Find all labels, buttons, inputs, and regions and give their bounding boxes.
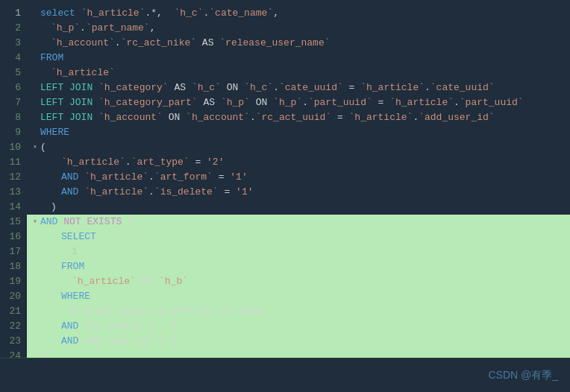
code-line: FROM <box>27 51 570 66</box>
watermark-text: CSDN @有季_ <box>488 369 558 382</box>
line-number: 10 <box>9 140 21 155</box>
line-number: 12 <box>9 170 21 185</box>
fold-placeholder <box>30 202 40 212</box>
line-number: 9 <box>15 125 21 140</box>
code-line: WHERE <box>27 289 570 304</box>
line-number: 22 <box>9 319 21 334</box>
code-line: LEFT JOIN `h_account` ON `h_account`.`rc… <box>27 110 570 125</box>
code-content[interactable]: select `h_article`.*, `h_c`.`cate_name`,… <box>27 0 570 358</box>
code-line: ) <box>27 200 570 215</box>
fold-placeholder <box>30 157 40 168</box>
fold-placeholder <box>30 247 40 257</box>
code-line: h_b.art_uuid = h_article.art_uuid <box>27 304 570 319</box>
line-number: 5 <box>15 66 21 80</box>
line-number: 8 <box>15 110 21 125</box>
code-line: AND art_status = - 1 <box>27 319 570 334</box>
code-line: `h_article` <box>27 66 570 80</box>
fold-icon[interactable]: ▾ <box>30 217 40 227</box>
line-number: 11 <box>9 155 21 170</box>
line-number: 23 <box>9 334 21 349</box>
code-line: ) <box>27 349 570 358</box>
code-line: 1 <box>27 244 570 259</box>
code-line: LEFT JOIN `h_category` AS `h_c` ON `h_c`… <box>27 80 570 95</box>
code-line: `h_article`.`art_type` = '2' <box>27 155 570 170</box>
fold-placeholder <box>30 276 40 287</box>
fold-placeholder <box>30 23 40 34</box>
line-number: 3 <box>15 36 21 51</box>
fold-placeholder <box>30 232 40 242</box>
code-line: AND add_user_id != 1 <box>27 334 570 349</box>
fold-placeholder <box>30 187 40 197</box>
fold-placeholder <box>30 8 40 19</box>
fold-placeholder <box>30 113 40 123</box>
fold-placeholder <box>30 127 40 138</box>
code-line: `h_account`.`rc_act_nike` AS `release_us… <box>27 36 570 51</box>
line-numbers: 1234567891011121314151617181920212223242… <box>0 0 27 358</box>
line-number: 14 <box>9 200 21 215</box>
code-line: ▾( <box>27 140 570 155</box>
line-number: 4 <box>15 51 21 66</box>
line-number: 24 <box>9 349 21 358</box>
line-number: 6 <box>15 80 21 95</box>
code-line: AND `h_article`.`is_delete` = '1' <box>27 185 570 200</box>
line-number: 17 <box>9 244 21 259</box>
code-area: 1234567891011121314151617181920212223242… <box>0 0 570 358</box>
code-line: ▾AND NOT EXISTS ( <box>27 215 570 230</box>
fold-placeholder <box>30 262 40 272</box>
fold-placeholder <box>30 53 40 63</box>
code-line: LEFT JOIN `h_category_part` AS `h_p` ON … <box>27 95 570 110</box>
fold-placeholder <box>30 68 40 78</box>
fold-placeholder <box>30 321 40 332</box>
line-number: 1 <box>15 6 21 21</box>
fold-placeholder <box>30 291 40 302</box>
line-number: 16 <box>9 230 21 244</box>
code-line: `h_p`.`part_name`, <box>27 21 570 36</box>
fold-placeholder <box>30 83 40 93</box>
fold-placeholder <box>30 98 40 108</box>
line-number: 19 <box>9 274 21 289</box>
editor-container: 1234567891011121314151617181920212223242… <box>0 0 570 358</box>
fold-placeholder <box>30 351 40 358</box>
code-line: `h_article` AS `h_b` <box>27 274 570 289</box>
line-number: 21 <box>9 304 21 319</box>
line-number: 20 <box>9 289 21 304</box>
line-number: 7 <box>15 95 21 110</box>
fold-placeholder <box>30 306 40 317</box>
line-number: 18 <box>9 259 21 274</box>
code-line: FROM <box>27 259 570 274</box>
code-line: AND `h_article`.`art_form` = '1' <box>27 170 570 185</box>
code-line: select `h_article`.*, `h_c`.`cate_name`, <box>27 6 570 21</box>
line-number: 15 <box>9 215 21 230</box>
footer-bar: CSDN @有季_ <box>0 358 570 392</box>
code-line: WHERE <box>27 125 570 140</box>
line-number: 13 <box>9 185 21 200</box>
fold-placeholder <box>30 336 40 347</box>
fold-icon[interactable]: ▾ <box>30 142 40 153</box>
code-line: SELECT <box>27 230 570 244</box>
fold-placeholder <box>30 38 40 48</box>
line-number: 2 <box>15 21 21 36</box>
fold-placeholder <box>30 172 40 183</box>
